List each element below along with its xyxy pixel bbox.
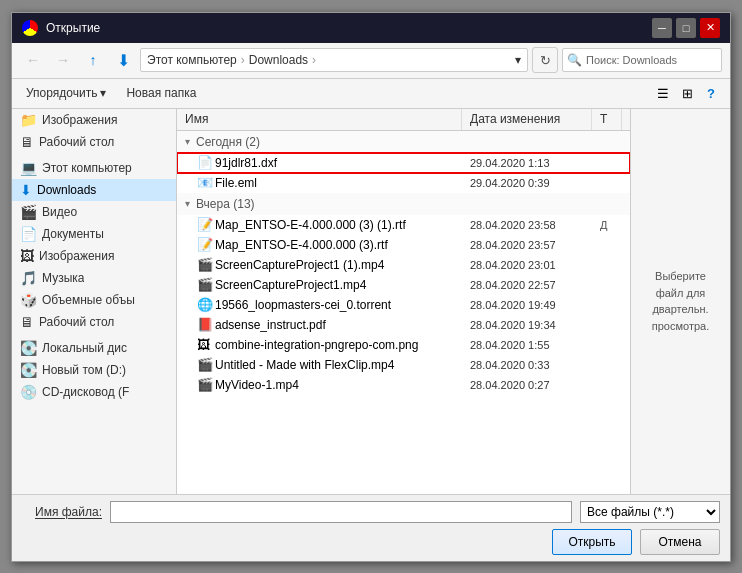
file-mp4a-date: 28.04.2020 23:01 <box>470 259 600 271</box>
filetype-select[interactable]: Все файлы (*.*) <box>580 501 720 523</box>
sidebar-item-cddrive[interactable]: 💿 CD-дисковод (F <box>12 381 176 403</box>
file-rtf2-name: Map_ENTSO-E-4.000.000 (3).rtf <box>215 238 470 252</box>
sidebar-item-newvol[interactable]: 💽 Новый том (D:) <box>12 359 176 381</box>
sidebar-item-localdisk[interactable]: 💽 Локальный диc <box>12 337 176 359</box>
file-row-eml[interactable]: 📧 File.eml 29.04.2020 0:39 <box>177 173 630 193</box>
file-row-rtf2[interactable]: 📝 Map_ENTSO-E-4.000.000 (3).rtf 28.04.20… <box>177 235 630 255</box>
breadcrumb[interactable]: Этот компьютер › Downloads › ▾ <box>140 48 528 72</box>
title-bar: Открытие ─ □ ✕ <box>12 13 730 43</box>
view-controls: ☰ ⊞ ? <box>652 82 722 104</box>
new-folder-button[interactable]: Новая папка <box>120 82 202 104</box>
group-yesterday-arrow[interactable]: ▾ <box>185 198 190 209</box>
file-flexclip-date: 28.04.2020 0:33 <box>470 359 600 371</box>
file-row-flexclip[interactable]: 🎬 Untitled - Made with FlexClip.mp4 28.0… <box>177 355 630 375</box>
sidebar-item-desktop2[interactable]: 🖥 Рабочий стол <box>12 311 176 333</box>
filename-row: Имя файла: Все файлы (*.*) <box>22 501 720 523</box>
view-list-button[interactable]: ☰ <box>652 82 674 104</box>
file-torrent-name: 19566_loopmasters-cei_0.torrent <box>215 298 470 312</box>
file-png-name: combine-integration-pngrepo-com.png <box>215 338 470 352</box>
maximize-button[interactable]: □ <box>676 18 696 38</box>
file-pdf-name: adsense_instruct.pdf <box>215 318 470 332</box>
header-name[interactable]: Имя <box>177 109 462 130</box>
sidebar-item-documents[interactable]: 📄 Документы <box>12 223 176 245</box>
organize-button[interactable]: Упорядочить ▾ <box>20 82 112 104</box>
file-rtf1-name: Map_ENTSO-E-4.000.000 (3) (1).rtf <box>215 218 470 232</box>
open-dialog: Открытие ─ □ ✕ ← → ↑ ⬇ Этот компьютер › … <box>11 12 731 562</box>
sidebar-item-video[interactable]: 🎬 Видео <box>12 201 176 223</box>
file-mp4a-icon: 🎬 <box>197 257 215 272</box>
forward-button[interactable]: → <box>50 47 76 73</box>
file-rtf1-type: Д <box>600 219 630 231</box>
breadcrumb-part2: Downloads <box>249 53 308 67</box>
search-bar[interactable]: 🔍 Поиск: Downloads <box>562 48 722 72</box>
preview-text: Выберите файл для двартельн. просмотра. <box>641 268 720 334</box>
breadcrumb-chevron[interactable]: ▾ <box>515 53 521 67</box>
file-dxf-date: 29.04.2020 1:13 <box>470 157 600 169</box>
folder-icon: 📁 <box>20 112 37 128</box>
file-pdf-date: 28.04.2020 19:34 <box>470 319 600 331</box>
file-eml-name: File.eml <box>215 176 470 190</box>
sidebar-item-images2[interactable]: 🖼 Изображения <box>12 245 176 267</box>
images-icon: 🖼 <box>20 248 34 264</box>
open-button[interactable]: Открыть <box>552 529 632 555</box>
cd-icon: 💿 <box>20 384 37 400</box>
organize-chevron-icon: ▾ <box>100 86 106 100</box>
file-list-body: ▾ Сегодня (2) 📄 91jdlr81.dxf 29.04.2020 … <box>177 131 630 494</box>
group-today-label: Сегодня (2) <box>196 135 260 149</box>
file-row-dxf[interactable]: 📄 91jdlr81.dxf 29.04.2020 1:13 <box>177 153 630 173</box>
disk-icon: 💽 <box>20 340 37 356</box>
action-toolbar: Упорядочить ▾ Новая папка ☰ ⊞ ? <box>12 79 730 109</box>
file-area: Имя Дата изменения Т ▾ Сегодня (2) 📄 91j… <box>177 109 630 494</box>
file-eml-icon: 📧 <box>197 175 215 190</box>
filename-input[interactable] <box>110 501 572 523</box>
dialog-title: Открытие <box>46 21 652 35</box>
close-button[interactable]: ✕ <box>700 18 720 38</box>
down-button[interactable]: ⬇ <box>110 47 136 73</box>
video-icon: 🎬 <box>20 204 37 220</box>
sidebar-item-this-pc[interactable]: 💻 Этот компьютер <box>12 157 176 179</box>
group-yesterday: ▾ Вчера (13) <box>177 193 630 215</box>
file-row-pdf[interactable]: 📕 adsense_instruct.pdf 28.04.2020 19:34 <box>177 315 630 335</box>
file-mp4b-name: ScreenCaptureProject1.mp4 <box>215 278 470 292</box>
breadcrumb-part1: Этот компьютер <box>147 53 237 67</box>
file-row-mp4a[interactable]: 🎬 ScreenCaptureProject1 (1).mp4 28.04.20… <box>177 255 630 275</box>
file-row-myvideo[interactable]: 🎬 MyVideo-1.mp4 28.04.2020 0:27 <box>177 375 630 395</box>
breadcrumb-sep1: › <box>241 53 245 67</box>
view-grid-button[interactable]: ⊞ <box>676 82 698 104</box>
up-button[interactable]: ↑ <box>80 47 106 73</box>
file-rtf1-icon: 📝 <box>197 217 215 232</box>
file-myvideo-name: MyVideo-1.mp4 <box>215 378 470 392</box>
file-dxf-name: 91jdlr81.dxf <box>215 156 470 170</box>
newvol-icon: 💽 <box>20 362 37 378</box>
file-rtf2-icon: 📝 <box>197 237 215 252</box>
download-icon: ⬇ <box>20 182 32 198</box>
sidebar-item-desktop1[interactable]: 🖥 Рабочий стол <box>12 131 176 153</box>
group-yesterday-label: Вчера (13) <box>196 197 255 211</box>
objects-icon: 🎲 <box>20 292 37 308</box>
file-png-icon: 🖼 <box>197 337 215 352</box>
file-row-rtf1[interactable]: 📝 Map_ENTSO-E-4.000.000 (3) (1).rtf 28.0… <box>177 215 630 235</box>
cancel-button[interactable]: Отмена <box>640 529 720 555</box>
sidebar-item-music[interactable]: 🎵 Музыка <box>12 267 176 289</box>
buttons-row: Открыть Отмена <box>22 529 720 555</box>
app-icon <box>22 20 38 36</box>
file-row-png[interactable]: 🖼 combine-integration-pngrepo-com.png 28… <box>177 335 630 355</box>
file-list-header: Имя Дата изменения Т <box>177 109 630 131</box>
header-date[interactable]: Дата изменения <box>462 109 592 130</box>
view-help-button[interactable]: ? <box>700 82 722 104</box>
title-bar-controls: ─ □ ✕ <box>652 18 720 38</box>
sidebar: 📁 Изображения 🖥 Рабочий стол 💻 Этот комп… <box>12 109 177 494</box>
file-myvideo-icon: 🎬 <box>197 377 215 392</box>
sidebar-item-images1[interactable]: 📁 Изображения <box>12 109 176 131</box>
file-flexclip-icon: 🎬 <box>197 357 215 372</box>
file-row-torrent[interactable]: 🌐 19566_loopmasters-cei_0.torrent 28.04.… <box>177 295 630 315</box>
file-mp4b-icon: 🎬 <box>197 277 215 292</box>
refresh-button[interactable]: ↻ <box>532 47 558 73</box>
header-type[interactable]: Т <box>592 109 622 130</box>
sidebar-item-downloads[interactable]: ⬇ Downloads <box>12 179 176 201</box>
file-row-mp4b[interactable]: 🎬 ScreenCaptureProject1.mp4 28.04.2020 2… <box>177 275 630 295</box>
group-today-arrow[interactable]: ▾ <box>185 136 190 147</box>
back-button[interactable]: ← <box>20 47 46 73</box>
sidebar-item-objects3d[interactable]: 🎲 Объемные объы <box>12 289 176 311</box>
minimize-button[interactable]: ─ <box>652 18 672 38</box>
